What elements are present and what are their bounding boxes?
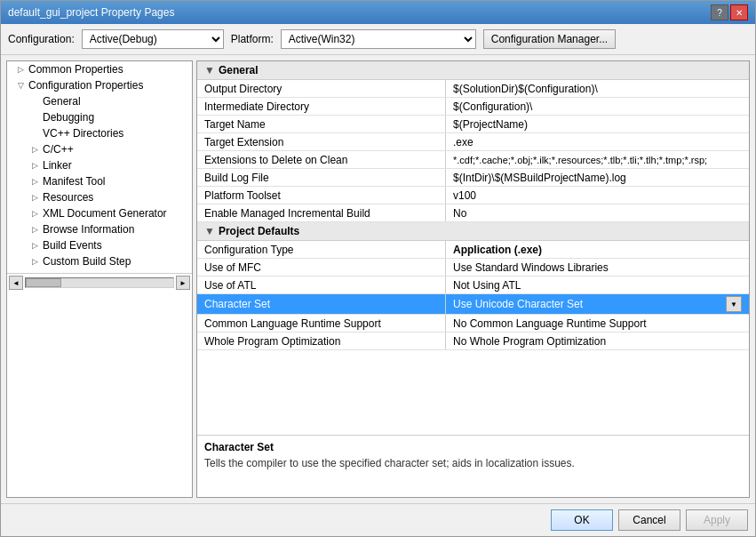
tree-item-config-props[interactable]: ▽ Configuration Properties: [7, 77, 192, 93]
prop-row-clr-support[interactable]: Common Language Runtime Support No Commo…: [197, 315, 749, 333]
expand-icon-common: ▷: [14, 63, 27, 76]
ok-button[interactable]: OK: [551, 509, 613, 531]
help-button[interactable]: ?: [711, 4, 728, 20]
prop-name-charset: Character Set: [197, 294, 446, 314]
prop-row-build-log[interactable]: Build Log File $(IntDir)\$(MSBuildProjec…: [197, 169, 749, 187]
config-select[interactable]: Active(Debug): [82, 29, 224, 49]
tree-label-cpp: C/C++: [43, 143, 74, 156]
prop-row-platform-toolset[interactable]: Platform Toolset v100: [197, 187, 749, 204]
tree-label-xml-doc: XML Document Generator: [43, 207, 167, 220]
tree-item-xml-doc[interactable]: ▷ XML Document Generator: [7, 205, 192, 221]
close-button[interactable]: ✕: [730, 4, 748, 20]
toolbar: Configuration: Active(Debug) Platform: A…: [1, 24, 755, 55]
expand-icon-cpp: ▷: [28, 143, 41, 156]
expand-icon-custom-build: ▷: [28, 255, 41, 268]
prop-row-intermediate-dir[interactable]: Intermediate Directory $(Configuration)\: [197, 98, 749, 116]
prop-row-charset[interactable]: Character Set Use Unicode Character Set …: [197, 294, 749, 315]
project-defaults-section-header: ▼ Project Defaults: [197, 222, 749, 241]
prop-value-ext-delete: *.cdf;*.cache;*.obj;*.ilk;*.resources;*.…: [446, 151, 749, 168]
prop-row-enable-managed[interactable]: Enable Managed Incremental Build No: [197, 204, 749, 222]
tree-item-build-events[interactable]: ▷ Build Events: [7, 237, 192, 253]
tree-item-browse[interactable]: ▷ Browse Information: [7, 221, 192, 237]
general-expand-icon: ▼: [204, 64, 215, 76]
scroll-right-btn[interactable]: ►: [176, 276, 190, 290]
project-defaults-section-label: Project Defaults: [219, 225, 299, 237]
prop-row-output-dir[interactable]: Output Directory $(SolutionDir)$(Configu…: [197, 80, 749, 98]
title-bar: default_gui_project Property Pages ? ✕: [1, 1, 755, 24]
main-content: ▷ Common Properties ▽ Configuration Prop…: [1, 55, 755, 503]
prop-row-use-mfc[interactable]: Use of MFC Use Standard Windows Librarie…: [197, 259, 749, 277]
config-manager-button[interactable]: Configuration Manager...: [483, 29, 616, 49]
property-pages-window: default_gui_project Property Pages ? ✕ C…: [0, 0, 756, 537]
prop-value-intermediate-dir: $(Configuration)\: [446, 98, 749, 115]
tree-label-browse: Browse Information: [43, 223, 134, 236]
prop-row-use-atl[interactable]: Use of ATL Not Using ATL: [197, 277, 749, 294]
tree-label-debugging: Debugging: [43, 111, 94, 124]
prop-name-clr-support: Common Language Runtime Support: [197, 315, 446, 332]
prop-value-output-dir: $(SolutionDir)$(Configuration)\: [446, 80, 749, 97]
prop-value-target-ext: .exe: [446, 133, 749, 150]
prop-row-target-name[interactable]: Target Name $(ProjectName): [197, 116, 749, 133]
prop-name-whole-prog-opt: Whole Program Optimization: [197, 333, 446, 349]
prop-row-target-ext[interactable]: Target Extension .exe: [197, 133, 749, 151]
tree-item-debugging[interactable]: ▷ Debugging: [7, 109, 192, 125]
prop-value-charset: Use Unicode Character Set ▼: [446, 294, 749, 314]
platform-select[interactable]: Active(Win32): [281, 29, 476, 49]
prop-name-ext-delete: Extensions to Delete on Clean: [197, 151, 446, 168]
prop-value-target-name: $(ProjectName): [446, 116, 749, 132]
prop-value-enable-managed: No: [446, 204, 749, 221]
prop-row-whole-prog-opt[interactable]: Whole Program Optimization No Whole Prog…: [197, 333, 749, 350]
prop-name-enable-managed: Enable Managed Incremental Build: [197, 204, 446, 221]
expand-icon-linker: ▷: [28, 159, 41, 172]
tree-item-resources[interactable]: ▷ Resources: [7, 189, 192, 205]
general-section-label: General: [219, 64, 259, 76]
charset-value-text: Use Unicode Character Set: [453, 298, 583, 310]
prop-name-output-dir: Output Directory: [197, 80, 446, 97]
prop-name-platform-toolset: Platform Toolset: [197, 187, 446, 204]
prop-name-config-type: Configuration Type: [197, 241, 446, 258]
prop-value-whole-prog-opt: No Whole Program Optimization: [446, 333, 749, 349]
tree-item-vc-dirs[interactable]: ▷ VC++ Directories: [7, 125, 192, 141]
tree-label-linker: Linker: [43, 159, 72, 172]
prop-row-config-type[interactable]: Configuration Type Application (.exe): [197, 241, 749, 259]
prop-value-platform-toolset: v100: [446, 187, 749, 204]
prop-name-intermediate-dir: Intermediate Directory: [197, 98, 446, 115]
tree-label-custom-build: Custom Build Step: [43, 255, 131, 268]
prop-value-use-mfc: Use Standard Windows Libraries: [446, 259, 749, 276]
prop-row-ext-delete[interactable]: Extensions to Delete on Clean *.cdf;*.ca…: [197, 151, 749, 169]
tree-item-manifest[interactable]: ▷ Manifest Tool: [7, 173, 192, 189]
tree-label-config-props: Configuration Properties: [28, 79, 143, 92]
expand-icon-resources: ▷: [28, 191, 41, 204]
prop-value-config-type: Application (.exe): [446, 241, 749, 258]
scroll-track[interactable]: [25, 277, 174, 288]
expand-icon-build-events: ▷: [28, 239, 41, 252]
cancel-button[interactable]: Cancel: [618, 509, 680, 531]
tree-item-custom-build[interactable]: ▷ Custom Build Step: [7, 253, 192, 269]
prop-value-use-atl: Not Using ATL: [446, 277, 749, 293]
tree-item-general[interactable]: ▷ General: [7, 93, 192, 109]
tree-item-common-props[interactable]: ▷ Common Properties: [7, 61, 192, 77]
expand-icon-browse: ▷: [28, 223, 41, 236]
expand-icon-manifest: ▷: [28, 175, 41, 188]
scroll-thumb[interactable]: [26, 278, 61, 287]
prop-name-use-atl: Use of ATL: [197, 277, 446, 293]
scroll-left-btn[interactable]: ◄: [9, 276, 23, 290]
horizontal-scrollbar[interactable]: ◄ ►: [7, 273, 192, 292]
tree-label-general: General: [43, 95, 81, 108]
tree-label-manifest: Manifest Tool: [43, 175, 105, 188]
prop-value-clr-support: No Common Language Runtime Support: [446, 315, 749, 332]
expand-icon-config: ▽: [14, 79, 27, 92]
charset-dropdown-arrow[interactable]: ▼: [726, 296, 742, 312]
bottom-bar: OK Cancel Apply: [1, 503, 755, 536]
general-section-header: ▼ General: [197, 61, 749, 80]
tree-item-cpp[interactable]: ▷ C/C++: [7, 141, 192, 157]
tree-label-vc-dirs: VC++ Directories: [43, 127, 123, 140]
apply-button[interactable]: Apply: [686, 509, 748, 531]
config-label: Configuration:: [8, 33, 75, 45]
description-title: Character Set: [204, 441, 742, 453]
platform-label: Platform:: [231, 33, 274, 45]
title-bar-buttons: ? ✕: [711, 4, 748, 20]
tree-item-linker[interactable]: ▷ Linker: [7, 157, 192, 173]
right-panel: ▼ General Output Directory $(SolutionDir…: [196, 60, 750, 498]
prop-name-target-ext: Target Extension: [197, 133, 446, 150]
